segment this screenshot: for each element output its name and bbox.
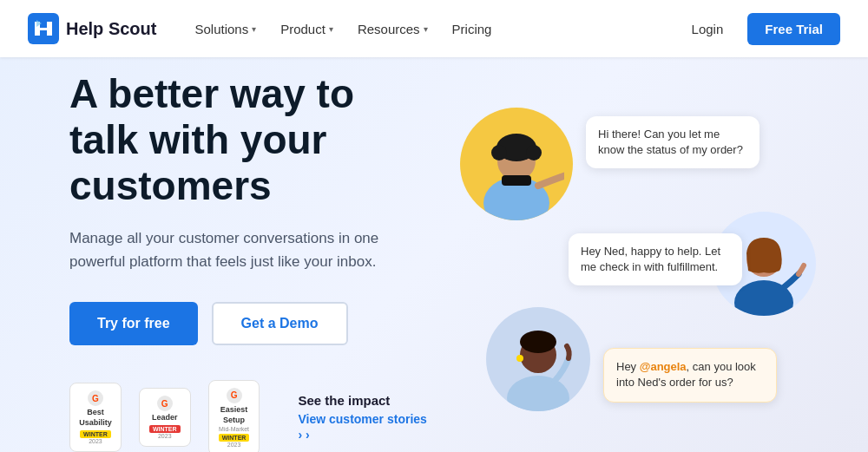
mention-angela: @angela [640,360,687,373]
person1-figure [469,116,564,220]
svg-point-11 [520,331,556,353]
hero-subtitle: Manage all your customer conversations i… [69,226,382,273]
g2-icon: G [88,390,103,406]
chat-bubble-2: Hey Ned, happy to help. Let me check in … [569,233,742,285]
navbar: Help Scout Solutions ▾ Product ▾ Resourc… [0,0,868,57]
hero-title: A better way to talk with your customers [69,71,434,209]
nav-resources[interactable]: Resources ▾ [347,15,438,43]
nav-links: Solutions ▾ Product ▾ Resources ▾ Pricin… [184,15,681,43]
cta-buttons: Try for free Get a Demo [69,302,434,345]
impact-title: See the impact [298,393,434,408]
badge-usability: G Best Usability WINTER 2023 [69,383,122,452]
badge-easiest-setup: G Easiest Setup Mid-Market WINTER 2023 [208,380,260,452]
login-button[interactable]: Login [681,15,734,43]
svg-rect-6 [502,175,531,186]
chat-bubble-1: Hi there! Can you let me know the status… [586,116,760,168]
person3-avatar [486,307,590,411]
badges-row: G Best Usability WINTER 2023 G Leader WI… [69,380,434,452]
badge-leader: G Leader WINTER 2023 [139,388,191,447]
resources-chevron-icon: ▾ [424,24,428,34]
solutions-chevron-icon: ▾ [252,24,256,34]
nav-right: Login Free Trial [681,13,840,45]
svg-point-5 [526,145,542,160]
customer-stories-link[interactable]: View customer stories › [298,412,426,442]
chat-scene: Hi there! Can you let me know the status… [434,99,816,429]
product-chevron-icon: ▾ [329,24,333,34]
hero-right: Hi there! Can you let me know the status… [434,92,816,435]
try-free-button[interactable]: Try for free [69,302,198,345]
nav-solutions[interactable]: Solutions ▾ [184,15,266,43]
hero-left: A better way to talk with your customers… [69,71,434,452]
g2-icon: G [157,396,173,411]
nav-pricing[interactable]: Pricing [442,15,503,43]
person1-avatar [460,108,573,220]
svg-point-12 [516,355,523,362]
help-scout-logo-icon [28,13,59,44]
nav-product[interactable]: Product ▾ [270,15,344,43]
chat-bubble-3: Hey @angela, can you look into Ned's ord… [603,348,777,402]
svg-point-9 [507,376,569,411]
g2-icon: G [227,388,242,403]
impact-section: See the impact View customer stories › [298,393,434,442]
person3-figure [490,311,586,411]
free-trial-button[interactable]: Free Trial [747,13,840,45]
get-demo-button[interactable]: Get a Demo [212,302,348,345]
brand-name: Help Scout [66,19,156,39]
hero-section: A better way to talk with your customers… [0,57,868,452]
logo-area[interactable]: Help Scout [28,13,156,44]
svg-point-4 [491,145,507,160]
